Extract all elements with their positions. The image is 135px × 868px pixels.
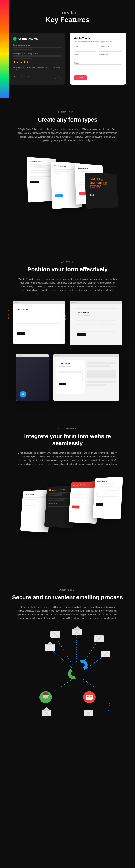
envelope-open-icon — [45, 644, 55, 651]
ac4-title: Get in Touch — [97, 479, 120, 482]
submission-title: Secure and convenient emailing process — [11, 594, 124, 601]
skeleton-line — [13, 55, 61, 57]
types-desc: Elfsight Form Builder is the only thing … — [17, 127, 118, 142]
survey-card: ✓ Customer Survey Rate your experience S… — [9, 33, 65, 85]
promo-l2: UNLIMITED — [89, 181, 113, 185]
hero-section: Form Builder Key Features ✓ Customer Sur… — [0, 0, 135, 98]
survey-title: Customer Survey — [19, 37, 38, 40]
star-rating[interactable]: ★★★★★ — [13, 60, 61, 64]
rate-label: Rate your experience — [13, 44, 61, 46]
default-label: DEFAULT — [8, 310, 10, 319]
page-5[interactable]: 5 — [27, 75, 30, 78]
ac3-title: Get in Touch — [76, 484, 85, 486]
human-avatar-icon — [39, 691, 52, 703]
hero-title: Key Features — [0, 16, 135, 24]
form-title: Get in Touch — [58, 363, 83, 365]
layouts-section: LAYOUTS Position your form effectively Y… — [0, 247, 135, 414]
submission-section: SUBMISSION Secure and convenient emailin… — [0, 576, 135, 730]
infinity-icon: ∞ — [90, 191, 114, 198]
types-eyebrow: FORM TYPES — [11, 111, 124, 113]
page-1[interactable]: 1 — [13, 75, 16, 78]
phone-label: Phone — [74, 54, 97, 55]
promo-card: CREATE UNLIMITED FORMS ∞ — [85, 173, 118, 209]
sc2-title: Submit a Ticket — [54, 165, 78, 168]
check-icon: ✓ — [13, 37, 17, 40]
phone-input[interactable] — [74, 56, 97, 60]
page-2[interactable]: 2 — [17, 75, 19, 78]
flow-diagram — [11, 629, 124, 716]
skeleton-line — [13, 49, 32, 50]
suggest-label: Do you have any suggestions how to impro… — [13, 66, 61, 70]
hero-subtitle: Form Builder — [0, 11, 135, 14]
msg-label: Message — [74, 62, 80, 64]
page-7[interactable]: 7 — [34, 75, 37, 78]
promo-l3: FORMS — [90, 185, 113, 189]
layouts-eyebrow: LAYOUTS — [11, 260, 124, 263]
boxed-label: BOXED — [65, 313, 67, 320]
name-input[interactable] — [74, 48, 97, 52]
recaptcha-cycle-icon — [68, 659, 88, 679]
envelope-icon — [101, 651, 110, 657]
layouts-title: Position your form effectively — [11, 266, 124, 273]
appearance-section: APPEARANCE Integrate your form into webs… — [0, 414, 135, 575]
form-sub: Feel free to contact us — [77, 314, 115, 316]
bot-avatar-icon — [83, 691, 96, 703]
layouts-desc: You don't need to rack your brain over t… — [17, 277, 118, 292]
contact-sub: Feel free to ask any questions and share… — [74, 41, 122, 42]
envelope-icon — [84, 710, 93, 716]
next-arrow-button[interactable]: → — [55, 75, 61, 79]
sc3-title: Get in Touch — [78, 167, 100, 170]
send-button[interactable]: Send — [74, 75, 87, 80]
browser-floating-open: Get in Touch Feel free to contact us — [53, 354, 119, 401]
floating-trigger-button[interactable]: ✉ — [20, 391, 26, 397]
contact-card: Get in Touch Feel free to ask any questi… — [70, 33, 126, 85]
contact-title: Get in Touch — [74, 37, 122, 40]
site-label: Website URL — [99, 54, 122, 55]
sc1-title: Customer Survey — [30, 160, 54, 163]
dot-icon — [49, 489, 51, 491]
form-title: Get in Touch — [17, 308, 61, 310]
submission-desc: Till the very last step, your forms will… — [17, 605, 118, 620]
form-sub: Feel free to contact us — [17, 311, 61, 312]
ac2-title: Customer Survey — [52, 489, 65, 491]
name-label: Name — [74, 45, 97, 47]
pager: 1 2 3 4 5 6 7 8 → — [13, 75, 61, 79]
appearance-desc: Getting a balanced look for your widget … — [17, 451, 118, 466]
skeleton-line — [13, 47, 61, 48]
browser-boxed: Get in Touch Feel free to contact us — [70, 301, 122, 345]
ac1-title: Get in Touch — [25, 493, 48, 495]
email-input[interactable] — [99, 48, 122, 52]
submission-eyebrow: SUBMISSION — [11, 589, 124, 591]
browser-floating-collapsed: ✉ — [16, 354, 49, 401]
browser-default: Get in Touch Feel free to contact us — [13, 301, 65, 344]
envelope-open-icon — [42, 710, 51, 716]
envelope-open-icon — [72, 629, 82, 636]
page-3[interactable]: 3 — [20, 75, 23, 78]
envelope-icon — [94, 636, 104, 642]
message-textarea[interactable] — [74, 64, 122, 73]
required-mark: * — [81, 62, 81, 64]
form-title: Get in Touch — [77, 312, 115, 314]
types-title: Create any form types — [11, 116, 124, 123]
skeleton-line — [13, 58, 32, 59]
opinion-label: Share your opinion — [13, 53, 28, 55]
form-sub: Feel free to contact us — [58, 366, 83, 367]
page-8[interactable]: 8 — [38, 75, 40, 78]
flow-lines — [11, 629, 124, 716]
mail-icon: ✉ — [73, 484, 75, 486]
promo-l1: CREATE — [89, 177, 113, 182]
appearance-title: Integrate your form into website seamles… — [11, 433, 124, 446]
form-types-section: FORM TYPES Create any form types Elfsigh… — [0, 98, 135, 247]
site-input[interactable] — [99, 56, 122, 60]
step-indicator: (step 1 of 3) — [28, 53, 38, 55]
appearance-card-4: Get in Touch — [92, 477, 123, 519]
page-4[interactable]: 4 — [24, 75, 26, 78]
appearance-eyebrow: APPEARANCE — [11, 428, 124, 430]
page-6[interactable]: 6 — [31, 75, 33, 78]
email-label: Email address — [99, 45, 122, 47]
envelope-icon — [50, 631, 60, 638]
